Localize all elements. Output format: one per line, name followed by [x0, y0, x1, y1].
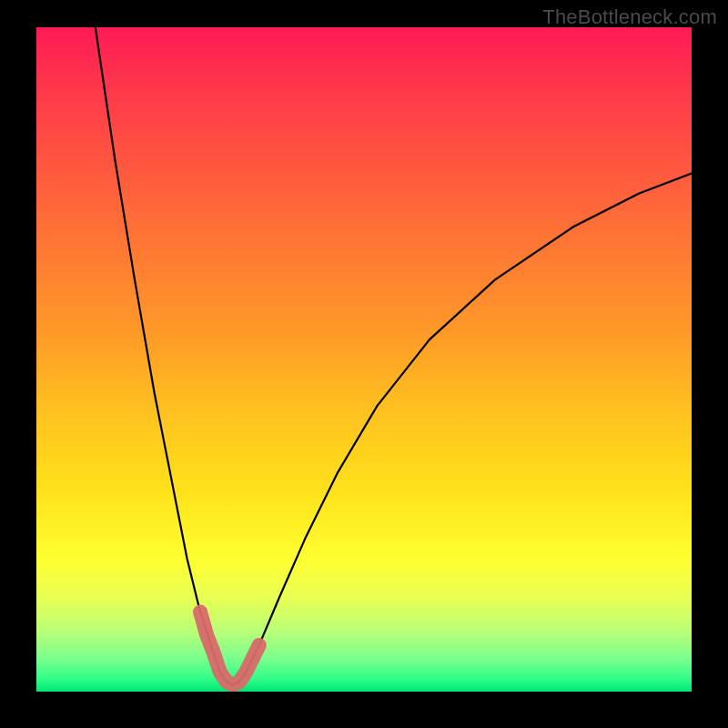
chart-frame: TheBottleneck.com [0, 0, 728, 728]
highlight-minimum [200, 612, 259, 684]
bottleneck-curve [96, 27, 692, 685]
plot-area [36, 27, 692, 692]
watermark-text: TheBottleneck.com [542, 5, 717, 29]
curve-svg [36, 27, 692, 692]
